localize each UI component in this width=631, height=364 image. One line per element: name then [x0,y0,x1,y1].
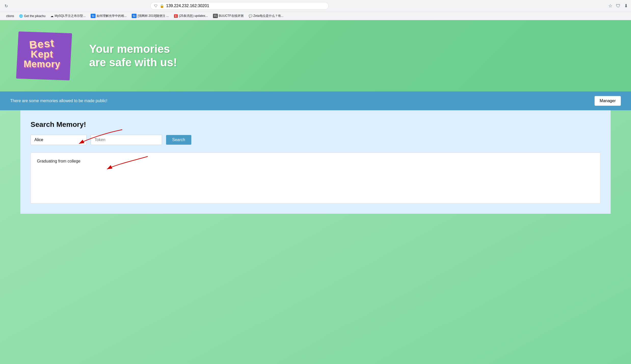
pocket-icon[interactable]: 🛡 [616,3,621,9]
bookmark-item[interactable]: 🌐 Get the pikachu [17,14,47,19]
search-button[interactable]: Search [166,135,191,145]
bookmark-item[interactable]: 知 如何理解光学中的相... [89,13,129,19]
manager-button[interactable]: Manager [595,96,621,106]
address-url: 139.224.232.162:30201 [166,4,209,8]
hero-tagline: Your memories are safe with us! [89,42,177,69]
nav-message: There are some memories allowed to be ma… [10,99,108,103]
logo-line2: Kept [31,49,53,59]
tagline-line2: are safe with us! [89,56,177,69]
bookmark-item[interactable]: 知 [强网杯 2019]随便注 ... [130,13,171,19]
name-input[interactable] [31,135,87,145]
bookmark-item[interactable]: C (25条消息) updatex... [172,13,210,19]
bookmark-item[interactable]: ☁ MySQL手注之布尔型... [48,13,88,19]
browser-actions: ☆ 🛡 ⬇ [608,3,628,9]
logo-line3: Memory [24,59,60,69]
token-input[interactable] [91,135,162,145]
lock-icon: 🔒 [160,4,164,8]
hero-section: Best Kept Memory Your memories are safe … [0,20,631,91]
reload-button[interactable]: ↻ [3,3,9,9]
address-bar[interactable]: 🛡 🔒 139.224.232.162:30201 [150,2,329,10]
result-item: Graduating from college [37,158,594,165]
download-icon[interactable]: ⬇ [624,3,628,9]
logo-text: Best Kept Memory [15,30,69,77]
page-wrapper: Best Kept Memory Your memories are safe … [0,20,631,364]
results-wrapper: Graduating from college [31,153,600,204]
browser-toolbar: ↻ 🛡 🔒 139.224.232.162:30201 ☆ 🛡 ⬇ [0,0,631,12]
results-container: Graduating from college [31,153,600,204]
logo-line1: Best [29,37,55,50]
search-wrapper: Search [31,135,600,145]
search-title: Search Memory! [31,120,600,129]
nav-bar: There are some memories allowed to be ma… [0,91,631,110]
bookmarks-bar: ctions 🌐 Get the pikachu ☁ MySQL手注之布尔型..… [0,12,631,20]
main-content: Search Memory! Search [20,110,611,214]
browser-chrome: ↻ 🛡 🔒 139.224.232.162:30201 ☆ 🛡 ⬇ ctions… [0,0,631,20]
star-icon[interactable]: ☆ [608,3,612,9]
bookmark-item[interactable]: 吗 BUUCTF在线评测 [211,13,246,19]
tagline-line1: Your memories [89,42,177,56]
shield-icon: 🛡 [154,4,158,8]
bookmark-item[interactable]: ctions [3,14,16,19]
bookmark-item[interactable]: 💬 Zeta电位是什么？有... [247,13,286,19]
search-form: Search [31,135,600,145]
logo-container: Best Kept Memory [15,30,74,81]
